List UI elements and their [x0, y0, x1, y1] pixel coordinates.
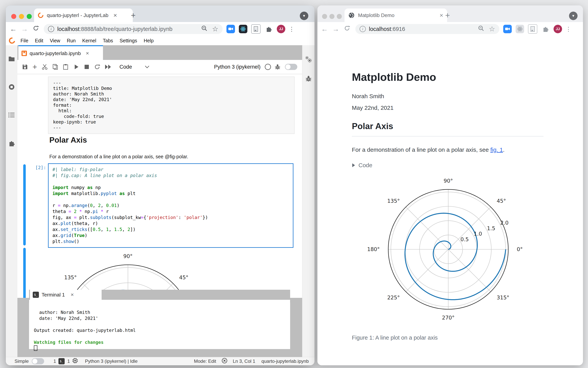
figure-link[interactable]: fig. 1: [490, 147, 503, 153]
menu-item-file[interactable]: File: [20, 38, 28, 44]
profile-avatar[interactable]: JJ: [554, 25, 562, 33]
site-info-icon[interactable]: i: [48, 26, 54, 32]
property-inspector-icon[interactable]: [305, 56, 312, 64]
run-cell-button[interactable]: [74, 64, 79, 70]
debugger-sidebar-icon[interactable]: [306, 75, 311, 83]
terminals-status-icon[interactable]: $_: [58, 358, 65, 364]
terminal-cursor: [34, 345, 37, 351]
forward-icon[interactable]: →: [330, 25, 341, 33]
terminal-line: [34, 333, 290, 339]
zoom-out-icon[interactable]: [201, 25, 208, 33]
menu-item-help[interactable]: Help: [144, 38, 154, 44]
svg-text:2.0: 2.0: [500, 220, 509, 226]
svg-text:1.0: 1.0: [474, 231, 482, 237]
tab-search-button[interactable]: ▼: [569, 12, 578, 20]
interrupt-kernel-button[interactable]: [85, 65, 89, 69]
react-devtools-extension-icon[interactable]: [239, 25, 247, 33]
notebook-tab[interactable]: quarto-jupyterlab.ipynb ×: [18, 45, 103, 61]
add-cell-button[interactable]: +: [32, 63, 37, 71]
extension-manager-icon[interactable]: [8, 140, 15, 147]
code-cell[interactable]: #| label: fig-polar#| fig.cap: A line pl…: [48, 163, 293, 248]
running-kernels-icon[interactable]: [8, 84, 15, 91]
menu-item-view[interactable]: View: [50, 38, 60, 44]
address-bar[interactable]: i localhost:8888/lab/tree/quarto-jupyter…: [44, 24, 222, 34]
cell-type-chevron-icon[interactable]: [145, 65, 149, 68]
tab-search-button[interactable]: ▼: [300, 12, 308, 20]
yaml-line: ---: [53, 80, 289, 86]
copy-cells-button[interactable]: [52, 64, 58, 70]
terminal-tab[interactable]: $_ Terminal 1 ×: [30, 290, 102, 300]
zoom-window-button[interactable]: [337, 14, 342, 19]
kernel-status-text[interactable]: Python 3 (ipykernel) | Idle: [85, 359, 138, 364]
back-icon[interactable]: ←: [8, 25, 19, 33]
address-bar[interactable]: i localhost:6916 ☆: [355, 24, 499, 34]
chrome-menu-icon[interactable]: ⋮: [289, 26, 295, 32]
right-sidebar: [302, 45, 315, 357]
simple-mode-toggle[interactable]: [32, 358, 44, 364]
back-icon[interactable]: ←: [319, 25, 330, 33]
cursor-position[interactable]: Ln 3, Col 1: [233, 359, 255, 364]
cell-collapser[interactable]: [23, 164, 26, 246]
site-info-icon[interactable]: i: [360, 26, 366, 32]
new-tab-button[interactable]: +: [445, 11, 450, 20]
bookmark-star-icon[interactable]: ☆: [212, 25, 218, 33]
close-tab-icon[interactable]: ×: [113, 12, 117, 18]
jupyter-logo: [8, 36, 17, 45]
minimize-window-button[interactable]: [19, 14, 24, 19]
terminal-output[interactable]: author: Norah Smith date: 'May 22nd, 202…: [29, 302, 290, 349]
active-file-name[interactable]: quarto-jupyterlab.ipynb: [261, 359, 309, 364]
close-notebook-tab-icon[interactable]: ×: [86, 51, 89, 56]
menu-item-edit[interactable]: Edit: [35, 38, 43, 44]
terminal-icon: $_: [33, 292, 39, 298]
menu-item-settings[interactable]: Settings: [120, 38, 137, 44]
reload-icon[interactable]: [30, 25, 41, 33]
kernel-name-button[interactable]: Python 3 (ipykernel): [214, 64, 260, 70]
new-tab-button[interactable]: +: [131, 11, 136, 20]
tab-strip: Matplotlib Demo × + ▼: [318, 5, 583, 22]
toolbar: ← → i localhost:8888/lab/tree/quarto-jup…: [6, 22, 315, 36]
restart-run-all-button[interactable]: [105, 64, 111, 69]
svg-text:135°: 135°: [64, 275, 77, 280]
notebook-mode[interactable]: Mode: Edit: [194, 359, 216, 364]
kernel-sessions-icon[interactable]: [72, 358, 78, 365]
chrome-menu-icon[interactable]: ⋮: [566, 26, 571, 32]
document-extension-icon[interactable]: [251, 24, 260, 34]
output-collapser[interactable]: [23, 248, 26, 298]
react-devtools-extension-icon[interactable]: [516, 25, 524, 33]
kernel-status-icon[interactable]: [265, 64, 271, 70]
menu-item-tabs[interactable]: Tabs: [103, 38, 113, 44]
restart-kernel-button[interactable]: [94, 64, 100, 70]
puzzle-extensions-icon[interactable]: [541, 25, 550, 33]
file-browser-icon[interactable]: [8, 56, 15, 62]
yaml-raw-cell[interactable]: ---title: Matplotlib Demoauthor: Norah S…: [48, 76, 295, 134]
close-terminal-tab-icon[interactable]: ×: [71, 292, 74, 297]
forward-icon[interactable]: →: [19, 25, 30, 33]
debugger-toggle-icon[interactable]: [275, 64, 280, 70]
toolbar-toggle[interactable]: [285, 64, 297, 70]
minimize-window-button[interactable]: [329, 14, 335, 19]
menu-item-run[interactable]: Run: [67, 38, 76, 44]
menu-item-kernel[interactable]: Kernel: [82, 38, 96, 44]
cell-type-select[interactable]: Code: [119, 64, 132, 70]
close-tab-icon[interactable]: ×: [440, 12, 443, 18]
zoom-extension-icon[interactable]: [503, 25, 512, 33]
close-window-button[interactable]: [11, 14, 16, 19]
browser-tab[interactable]: quarto-jupyterl - JupyterLab ×: [34, 9, 133, 22]
reload-icon[interactable]: [341, 25, 353, 33]
zoom-window-button[interactable]: [27, 14, 32, 19]
document-extension-icon[interactable]: [528, 24, 537, 34]
zoom-out-icon[interactable]: [478, 25, 485, 33]
kernel-count[interactable]: 1: [67, 359, 70, 364]
close-window-button[interactable]: [322, 14, 327, 19]
save-button[interactable]: [22, 64, 28, 70]
paste-cells-button[interactable]: [63, 64, 68, 70]
cut-cells-button[interactable]: [42, 64, 48, 70]
profile-avatar[interactable]: JJ: [277, 25, 285, 33]
browser-tab[interactable]: Matplotlib Demo ×: [345, 9, 447, 22]
zoom-extension-icon[interactable]: [226, 25, 235, 33]
table-of-contents-icon[interactable]: [8, 112, 15, 119]
command-mode-icon[interactable]: [222, 358, 227, 365]
bookmark-star-icon[interactable]: ☆: [489, 25, 495, 33]
puzzle-extensions-icon[interactable]: [264, 25, 273, 33]
terminal-count[interactable]: 1: [53, 359, 56, 364]
